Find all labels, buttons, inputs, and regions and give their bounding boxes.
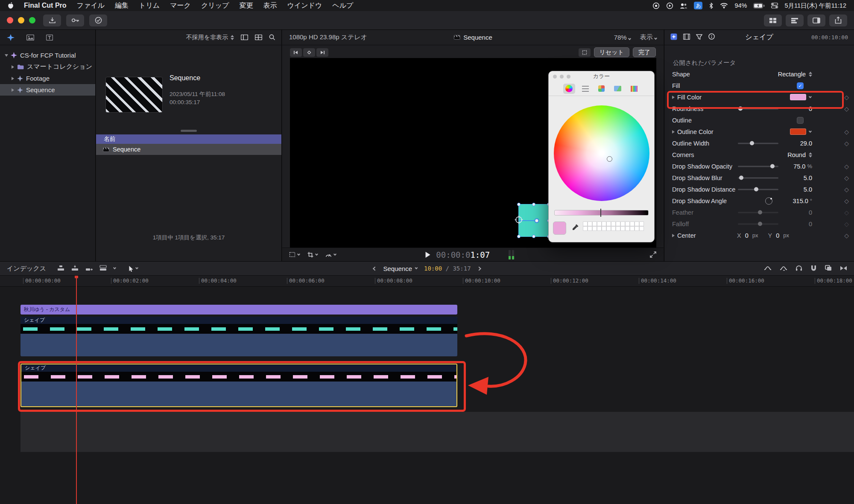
- previous-sequence-icon[interactable]: [373, 266, 377, 271]
- brightness-slider[interactable]: [554, 210, 649, 216]
- zoom-popup[interactable]: 78%: [614, 34, 631, 41]
- sidebar-item-1[interactable]: Footage: [0, 73, 95, 84]
- clip-appearance-icon[interactable]: [241, 35, 248, 40]
- shape-handle[interactable]: [532, 235, 535, 238]
- shape-handle[interactable]: [532, 203, 535, 206]
- keyframe-icon[interactable]: ◇: [844, 232, 849, 239]
- menubar-menu-7[interactable]: ウインドウ: [287, 1, 322, 10]
- transform-popup[interactable]: [289, 252, 300, 257]
- disclosure-icon[interactable]: [672, 234, 675, 237]
- title-clip[interactable]: 秋川ゆう - カスタム: [20, 305, 457, 315]
- eyedropper-icon[interactable]: [572, 224, 579, 233]
- import-media-button[interactable]: [43, 15, 61, 26]
- reset-button[interactable]: リセット: [594, 47, 629, 57]
- retime-popup[interactable]: [325, 252, 336, 257]
- timeline-toggle-button[interactable]: [786, 15, 804, 26]
- sidebar-item-0[interactable]: スマートコレクション: [0, 61, 95, 73]
- browser-toggle-button[interactable]: [764, 15, 782, 26]
- control-center-icon[interactable]: [771, 3, 778, 9]
- index-button[interactable]: インデックス: [7, 265, 46, 273]
- shape-handle[interactable]: [517, 203, 521, 206]
- swatch-cell[interactable]: [625, 221, 630, 226]
- param-slider[interactable]: [738, 143, 778, 144]
- shape-anchor-crosshair[interactable]: [515, 216, 523, 226]
- crop-popup[interactable]: [307, 252, 318, 258]
- overwrite-clip-icon[interactable]: [99, 265, 107, 272]
- sidebar-item-2[interactable]: Sequence: [0, 84, 95, 96]
- audio-skimming-icon[interactable]: [780, 265, 787, 272]
- swatch-cell[interactable]: [620, 221, 625, 226]
- keyframe-icon[interactable]: ◇: [844, 163, 849, 170]
- swatch-cell[interactable]: [592, 226, 597, 231]
- library-row[interactable]: CS-for FCP Tutorial: [0, 50, 95, 61]
- keyframe-icon[interactable]: ◇: [844, 209, 849, 216]
- param-checkbox[interactable]: [797, 117, 804, 124]
- background-tasks-button[interactable]: [89, 15, 107, 26]
- shape-clip-1[interactable]: シェイプ: [20, 317, 457, 356]
- playhead[interactable]: [76, 276, 77, 504]
- swatch-cell[interactable]: [616, 226, 620, 231]
- brightness-slider-marker[interactable]: [600, 209, 601, 217]
- color-wheel-tab[interactable]: [563, 84, 575, 94]
- keyframe-icon[interactable]: ◇: [844, 186, 849, 193]
- swatch-cell[interactable]: [630, 226, 635, 231]
- menubar-menu-0[interactable]: ファイル: [77, 1, 105, 10]
- list-row[interactable]: Sequence: [96, 144, 281, 155]
- color-wheel[interactable]: [554, 105, 649, 201]
- param-popup[interactable]: Round: [787, 149, 812, 160]
- keyword-editor-button[interactable]: [66, 15, 84, 26]
- color-picker-titlebar[interactable]: カラー: [549, 71, 654, 82]
- prev-keyframe-button[interactable]: [290, 48, 302, 57]
- keyframe-icon[interactable]: ◇: [844, 221, 849, 227]
- swatch-cell[interactable]: [635, 226, 639, 231]
- fullscreen-button[interactable]: [29, 17, 35, 23]
- disclosure-icon[interactable]: [672, 130, 675, 134]
- next-sequence-icon[interactable]: [477, 266, 481, 271]
- menu-bar-clock[interactable]: 5月11日(木) 午前11:12: [784, 2, 846, 10]
- sequence-popup[interactable]: Sequence: [383, 265, 417, 272]
- insert-clip-icon[interactable]: [71, 265, 79, 272]
- shape-rotation-handle[interactable]: [535, 218, 539, 223]
- pencils-tab[interactable]: [628, 84, 640, 94]
- minimize-icon[interactable]: [560, 75, 564, 79]
- param-dial[interactable]: [765, 197, 772, 204]
- swatch-cell[interactable]: [588, 226, 592, 231]
- zoom-icon[interactable]: [567, 75, 570, 79]
- fullscreen-icon[interactable]: [649, 251, 657, 258]
- audio-meters[interactable]: [509, 250, 514, 259]
- titles-generators-tab-icon[interactable]: [46, 35, 53, 41]
- done-button[interactable]: 完了: [633, 47, 656, 57]
- swatch-cell[interactable]: [592, 221, 597, 226]
- selected-color-swatch[interactable]: [553, 221, 566, 235]
- swatch-cell[interactable]: [597, 221, 602, 226]
- shape-clip-2-selected[interactable]: シェイプ: [20, 364, 457, 407]
- filter-popup[interactable]: 不採用を非表示: [186, 34, 234, 41]
- swatch-cell[interactable]: [635, 221, 639, 226]
- effects-browser-icon[interactable]: [825, 265, 832, 272]
- app-menu[interactable]: Final Cut Pro: [24, 2, 67, 9]
- input-source-icon[interactable]: あ: [694, 2, 702, 9]
- view-popup[interactable]: 表示: [640, 33, 657, 41]
- canvas-shape-rectangle[interactable]: [518, 204, 549, 237]
- disclosure-icon[interactable]: [5, 54, 8, 57]
- swatch-cell[interactable]: [606, 226, 611, 231]
- chevron-down-icon[interactable]: [113, 266, 116, 269]
- swatch-cell[interactable]: [611, 221, 616, 226]
- param-slider[interactable]: [738, 212, 778, 213]
- menubar-menu-8[interactable]: ヘルプ: [332, 1, 353, 10]
- inspector-toggle-button[interactable]: [807, 15, 825, 26]
- photos-audio-tab-icon[interactable]: [26, 35, 34, 41]
- param-popup[interactable]: Rectangle: [778, 68, 812, 80]
- video-inspector-tab[interactable]: [683, 34, 690, 41]
- filter-inspector-tab[interactable]: [696, 34, 702, 41]
- color-sliders-tab[interactable]: [579, 84, 591, 94]
- close-button[interactable]: [7, 17, 13, 23]
- transitions-browser-icon[interactable]: [840, 265, 847, 272]
- menubar-menu-4[interactable]: クリップ: [201, 1, 229, 10]
- menubar-menu-1[interactable]: 編集: [115, 1, 129, 10]
- keyframe-icon[interactable]: ◇: [844, 94, 849, 101]
- next-keyframe-button[interactable]: [316, 48, 328, 57]
- play-button[interactable]: [425, 252, 430, 258]
- swatch-cell[interactable]: [588, 221, 592, 226]
- menubar-menu-3[interactable]: マーク: [170, 1, 191, 10]
